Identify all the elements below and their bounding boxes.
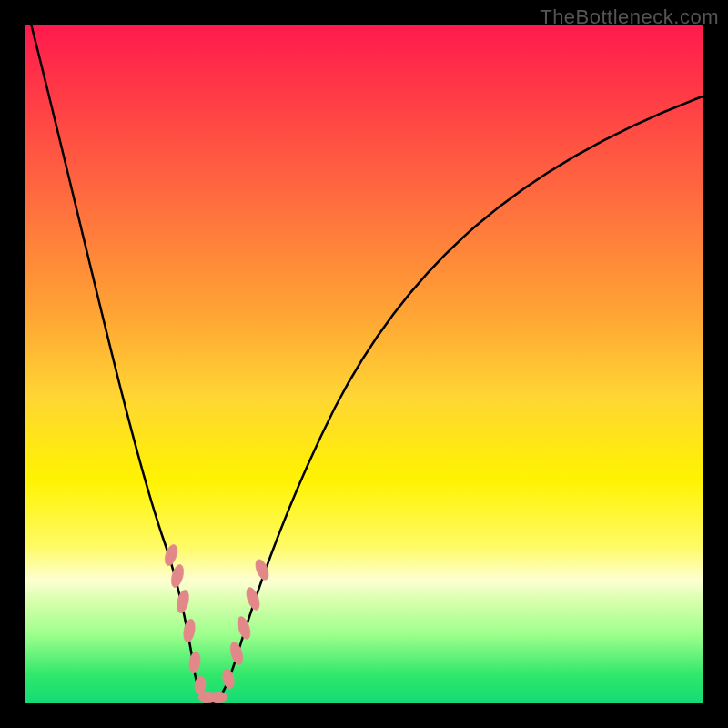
svg-point-7 xyxy=(209,692,228,703)
svg-point-2 xyxy=(175,589,191,614)
watermark-text: TheBottleneck.com xyxy=(540,5,719,29)
svg-point-8 xyxy=(221,668,236,690)
svg-point-9 xyxy=(228,641,246,666)
bottleneck-curve xyxy=(29,16,703,703)
svg-point-10 xyxy=(235,615,252,641)
svg-point-4 xyxy=(187,651,201,673)
marker-group xyxy=(163,543,271,703)
plot-area xyxy=(25,25,703,703)
svg-point-3 xyxy=(182,618,197,643)
chart-frame: TheBottleneck.com xyxy=(0,0,728,728)
curve-svg xyxy=(25,25,703,703)
